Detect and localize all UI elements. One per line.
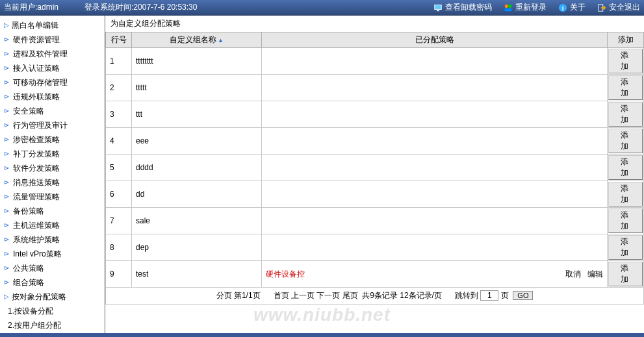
- sidebar-item[interactable]: ⊳软件分发策略: [0, 161, 105, 175]
- sidebar-item-label: 流量管理策略: [13, 191, 60, 203]
- cell-rownum: 7: [106, 208, 132, 234]
- cell-assigned: [262, 181, 608, 208]
- cell-name: dddd: [132, 155, 262, 181]
- pager-last[interactable]: 尾页: [342, 291, 358, 300]
- cell-add: 添 加: [608, 261, 644, 288]
- pager-page-info: 分页 第1/1页: [216, 290, 261, 301]
- dot-icon: ⊳: [4, 134, 9, 145]
- sidebar-item[interactable]: ⊳主机运维策略: [0, 218, 105, 232]
- sidebar-item[interactable]: ⊳可移动存储管理: [0, 75, 105, 90]
- col-header-add[interactable]: 添加: [608, 32, 644, 48]
- sidebar-item[interactable]: ⊳违规外联策略: [0, 90, 105, 104]
- cell-name: dd: [132, 181, 262, 208]
- table-header-row: 行号 自定义组名称▲ 已分配策略 添加: [106, 32, 644, 48]
- cell-add: 添 加: [608, 181, 644, 208]
- view-uninstall-password-link[interactable]: 查看卸载密码: [433, 2, 492, 13]
- dot-icon: ⊳: [4, 148, 9, 160]
- pager-jump: 跳转到 页 GO: [455, 290, 533, 301]
- sidebar-item[interactable]: ⊳组合策略: [0, 275, 105, 290]
- sidebar-item[interactable]: ▷按对象分配策略: [0, 290, 105, 304]
- table-row: 5dddd添 加: [106, 155, 644, 181]
- add-button[interactable]: 添 加: [608, 49, 643, 73]
- sidebar-item[interactable]: ⊳公共策略: [0, 261, 105, 275]
- cell-name: ttttt: [132, 75, 262, 101]
- dot-icon: ⊳: [4, 162, 9, 174]
- sidebar-item[interactable]: ⊳行为管理及审计: [0, 118, 105, 132]
- sidebar-item-label: 涉密检查策略: [13, 134, 60, 145]
- sidebar: ▷黑白名单编辑⊳硬件资源管理⊳进程及软件管理⊳接入认证策略⊳可移动存储管理⊳违规…: [0, 16, 105, 337]
- sidebar-item[interactable]: ⊳Intel vPro策略: [0, 247, 105, 261]
- sidebar-item-label: 黑白名单编辑: [12, 19, 58, 31]
- sidebar-item[interactable]: ⊳流量管理策略: [0, 190, 105, 204]
- about-link[interactable]: i 关于: [558, 2, 586, 13]
- sidebar-item[interactable]: ⊳补丁分发策略: [0, 147, 105, 161]
- sidebar-item-label: 安全策略: [13, 105, 44, 117]
- add-button[interactable]: 添 加: [608, 208, 643, 233]
- sidebar-item-label: 备份策略: [13, 205, 44, 217]
- add-button[interactable]: 添 加: [608, 262, 643, 286]
- dot-icon: ⊳: [4, 48, 9, 60]
- dot-icon: ⊳: [4, 262, 9, 274]
- edit-action[interactable]: 编辑: [587, 269, 603, 279]
- pager-prev[interactable]: 上一页: [291, 291, 315, 300]
- pager-first[interactable]: 首页: [274, 291, 289, 300]
- cell-rownum: 9: [106, 261, 132, 288]
- sidebar-item[interactable]: ⊳进程及软件管理: [0, 47, 105, 61]
- dot-icon: ⊳: [4, 191, 9, 203]
- col-header-row[interactable]: 行号: [106, 32, 132, 48]
- sidebar-item[interactable]: 2. 按用户组分配: [0, 318, 105, 332]
- sidebar-item[interactable]: ⊳硬件资源管理: [0, 32, 105, 47]
- svg-text:i: i: [562, 4, 564, 11]
- svg-point-3: [508, 4, 511, 7]
- dot-icon: ⊳: [4, 177, 9, 188]
- cell-rownum: 8: [106, 234, 132, 261]
- bottom-strip: [0, 333, 644, 337]
- sidebar-item-label: 补丁分发策略: [13, 148, 60, 160]
- cell-add: 添 加: [608, 128, 644, 155]
- pager: 分页 第1/1页 首页 上一页 下一页 尾页 共9条记录 12条记录/页 跳转到…: [105, 288, 644, 305]
- sidebar-item[interactable]: ⊳系统维护策略: [0, 232, 105, 247]
- pager-next[interactable]: 下一页: [316, 291, 340, 300]
- sidebar-item[interactable]: ⊳安全策略: [0, 104, 105, 118]
- sidebar-item[interactable]: ⊳接入认证策略: [0, 61, 105, 75]
- svg-rect-4: [505, 8, 512, 10]
- cell-assigned: [262, 128, 608, 155]
- dot-icon: ⊳: [4, 91, 9, 103]
- sidebar-item[interactable]: ⊳消息推送策略: [0, 175, 105, 190]
- cell-name: sale: [132, 208, 262, 234]
- cancel-action[interactable]: 取消: [565, 269, 581, 279]
- sidebar-item[interactable]: ⊳备份策略: [0, 204, 105, 218]
- sidebar-item-label: 按设备分配: [14, 305, 53, 317]
- table-row: 2ttttt添 加: [106, 75, 644, 101]
- sidebar-item[interactable]: ⊳涉密检查策略: [0, 132, 105, 147]
- cell-name: test: [132, 261, 262, 288]
- cell-rownum: 1: [106, 48, 132, 75]
- dot-icon: ⊳: [4, 277, 9, 288]
- add-button[interactable]: 添 加: [608, 75, 643, 100]
- col-header-assigned[interactable]: 已分配策略: [262, 32, 608, 48]
- sidebar-item-label: 公共策略: [13, 262, 44, 274]
- add-button[interactable]: 添 加: [608, 155, 643, 180]
- sidebar-item[interactable]: 1. 按设备分配: [0, 304, 105, 318]
- cell-rownum: 4: [106, 128, 132, 155]
- add-button[interactable]: 添 加: [608, 102, 643, 127]
- cell-name: dep: [132, 234, 262, 261]
- sidebar-item[interactable]: ▷黑白名单编辑: [0, 18, 105, 32]
- add-button[interactable]: 添 加: [608, 235, 643, 260]
- dot-icon: ⊳: [4, 34, 9, 45]
- pager-go-button[interactable]: GO: [513, 291, 533, 300]
- svg-rect-1: [437, 10, 439, 11]
- cell-rownum: 6: [106, 181, 132, 208]
- col-header-name[interactable]: 自定义组名称▲: [132, 32, 262, 48]
- assigned-policy[interactable]: 硬件设备控: [266, 269, 305, 279]
- svg-rect-0: [435, 5, 442, 9]
- dot-icon: ⊳: [4, 234, 9, 245]
- sidebar-item-label: 消息推送策略: [13, 177, 60, 188]
- add-button[interactable]: 添 加: [608, 129, 643, 153]
- relogin-link[interactable]: 重新登录: [504, 2, 547, 13]
- exit-link[interactable]: 安全退出: [597, 2, 640, 13]
- info-icon: i: [558, 3, 567, 12]
- pager-jump-input[interactable]: [480, 290, 498, 301]
- sidebar-item-label: 接入认证策略: [13, 62, 60, 74]
- add-button[interactable]: 添 加: [608, 182, 643, 206]
